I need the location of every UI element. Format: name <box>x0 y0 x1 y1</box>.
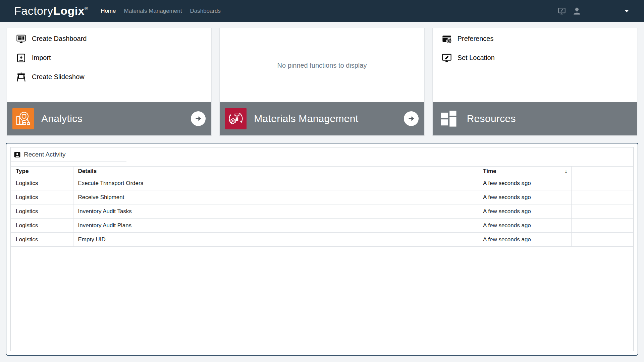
table-row[interactable]: Logistics Inventory Audit Tasks A few se… <box>11 204 633 219</box>
cell-details: Execute Transport Orders <box>73 176 478 190</box>
cell-details: Empty UID <box>73 233 478 247</box>
main-nav: Home Materials Management Dashboards <box>100 6 221 16</box>
cell-extra <box>572 233 633 247</box>
nav-item-home[interactable]: Home <box>100 6 116 16</box>
analytics-card: Create Dashboard Import <box>7 28 212 136</box>
cell-time: A few seconds ago <box>478 219 572 233</box>
set-location-icon <box>442 53 452 63</box>
create-slideshow-label: Create Slideshow <box>32 73 85 81</box>
import-icon <box>16 53 26 63</box>
materials-management-card: No pinned functions to display Materials… <box>219 28 424 136</box>
cell-details: Inventory Audit Tasks <box>73 204 478 219</box>
cell-type: Logistics <box>11 176 73 190</box>
cell-time: A few seconds ago <box>478 204 572 219</box>
cell-extra <box>572 219 633 233</box>
preferences-label: Preferences <box>458 35 494 43</box>
logo-logix: Logix <box>53 4 85 17</box>
materials-management-band-title: Materials Management <box>254 113 358 124</box>
app-logo[interactable]: FactoryLogix® <box>14 4 88 17</box>
column-header-extra <box>572 167 633 176</box>
column-header-type[interactable]: Type <box>11 167 73 176</box>
create-dashboard-link[interactable]: Create Dashboard <box>7 29 211 48</box>
analytics-icon <box>12 108 34 129</box>
analytics-arrow-button[interactable] <box>191 111 206 126</box>
person-badge-icon <box>14 152 20 158</box>
recent-activity-table: Type Details Time↓ Logistics Execute Tra… <box>11 166 633 247</box>
column-header-details[interactable]: Details <box>73 167 478 176</box>
cell-extra <box>572 176 633 190</box>
create-slideshow-icon <box>16 72 26 82</box>
resources-card-body: Preferences Set Location <box>433 28 637 102</box>
no-pinned-functions-message: No pinned functions to display <box>277 62 367 69</box>
create-dashboard-label: Create Dashboard <box>32 35 87 43</box>
resources-band-title: Resources <box>467 113 516 124</box>
navbar-right <box>557 6 629 16</box>
resources-icon <box>438 108 460 129</box>
cell-extra <box>572 190 633 204</box>
column-header-time[interactable]: Time↓ <box>478 167 572 176</box>
set-location-label: Set Location <box>458 54 495 62</box>
cell-extra <box>572 204 633 219</box>
cell-type: Logistics <box>11 233 73 247</box>
nav-item-materials-management[interactable]: Materials Management <box>123 6 182 16</box>
nav-item-dashboards[interactable]: Dashboards <box>189 6 221 16</box>
set-location-link[interactable]: Set Location <box>433 48 637 67</box>
recent-activity-panel: Recent Activity Type Details Time↓ <box>6 143 638 356</box>
materials-management-icon <box>225 108 247 129</box>
preferences-icon <box>442 34 452 44</box>
cell-type: Logistics <box>11 190 73 204</box>
cell-details: Receive Shipment <box>73 190 478 204</box>
cell-time: A few seconds ago <box>478 190 572 204</box>
registered-mark: ® <box>85 6 88 11</box>
user-icon[interactable] <box>572 6 582 16</box>
create-dashboard-icon <box>16 34 26 44</box>
sort-descending-icon: ↓ <box>565 168 567 174</box>
analytics-band-title: Analytics <box>41 113 83 124</box>
recent-activity-title: Recent Activity <box>24 151 66 158</box>
import-label: Import <box>32 54 51 62</box>
analytics-band[interactable]: Analytics <box>7 102 211 135</box>
import-link[interactable]: Import <box>7 48 211 67</box>
analytics-card-body: Create Dashboard Import <box>7 28 211 102</box>
table-row[interactable]: Logistics Execute Transport Orders A few… <box>11 176 633 190</box>
top-navbar: FactoryLogix® Home Materials Management … <box>0 0 644 22</box>
materials-management-band[interactable]: Materials Management <box>220 102 424 135</box>
resources-card: Preferences Set Location <box>432 28 637 136</box>
cell-type: Logistics <box>11 204 73 219</box>
cell-time: A few seconds ago <box>478 176 572 190</box>
cell-time: A few seconds ago <box>478 233 572 247</box>
table-row[interactable]: Logistics Receive Shipment A few seconds… <box>11 190 633 204</box>
dashboard-cards-row: Create Dashboard Import <box>7 28 637 136</box>
table-header-row: Type Details Time↓ <box>11 167 633 176</box>
preferences-link[interactable]: Preferences <box>433 29 637 48</box>
create-slideshow-link[interactable]: Create Slideshow <box>7 67 211 86</box>
table-row[interactable]: Logistics Inventory Audit Plans A few se… <box>11 219 633 233</box>
caret-down-icon[interactable] <box>625 10 629 12</box>
logo-factory: Factory <box>14 4 53 17</box>
remote-session-icon[interactable] <box>557 7 566 15</box>
cell-details: Inventory Audit Plans <box>73 219 478 233</box>
recent-activity-inner: Recent Activity Type Details Time↓ <box>10 147 634 351</box>
table-row[interactable]: Logistics Empty UID A few seconds ago <box>11 233 633 247</box>
recent-activity-header: Recent Activity <box>11 150 126 162</box>
cell-type: Logistics <box>11 219 73 233</box>
pinned-functions-area: No pinned functions to display <box>220 28 424 102</box>
recent-activity-empty-area <box>11 247 633 351</box>
materials-management-arrow-button[interactable] <box>404 111 419 126</box>
resources-band[interactable]: Resources <box>433 102 637 135</box>
